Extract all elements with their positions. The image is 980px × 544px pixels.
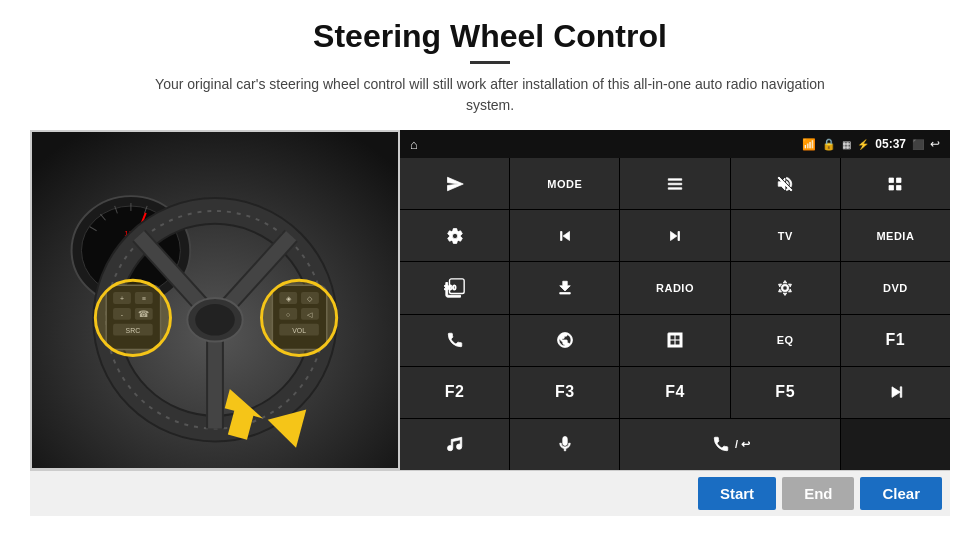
f1-btn[interactable]: F1 — [841, 315, 950, 366]
f2-btn[interactable]: F2 — [400, 367, 509, 418]
page-subtitle: Your original car's steering wheel contr… — [140, 74, 840, 116]
phonecall-btn[interactable]: / ↩ — [620, 419, 839, 470]
f4-btn[interactable]: F4 — [620, 367, 729, 418]
content-row: 120 — [30, 130, 950, 470]
svg-point-47 — [261, 280, 336, 355]
empty1-btn — [841, 419, 950, 470]
radio-btn[interactable]: RADIO — [620, 262, 729, 313]
start-button[interactable]: Start — [698, 477, 776, 510]
f3-btn[interactable]: F3 — [510, 367, 619, 418]
globe-btn[interactable] — [510, 315, 619, 366]
screen-icon: ⬛ — [912, 139, 924, 150]
window-btn[interactable] — [620, 315, 729, 366]
eq-btn[interactable]: EQ — [731, 315, 840, 366]
music-btn[interactable] — [400, 419, 509, 470]
sd-icon: ▦ — [842, 139, 851, 150]
phone-btn[interactable] — [400, 315, 509, 366]
bottom-bar: Start End Clear — [30, 470, 950, 516]
rewind-btn[interactable] — [510, 210, 619, 261]
clear-button[interactable]: Clear — [860, 477, 942, 510]
car-image-section: 120 — [30, 130, 400, 470]
forward-btn[interactable] — [620, 210, 729, 261]
svg-point-46 — [95, 280, 170, 355]
page-title: Steering Wheel Control — [313, 18, 667, 55]
status-bar-left: ⌂ — [410, 137, 418, 152]
back-icon[interactable]: ↩ — [930, 137, 940, 151]
radio-panel: ⌂ 📶 🔒 ▦ ⚡ 05:37 ⬛ ↩ MODE — [400, 130, 950, 470]
mute-btn[interactable] — [731, 158, 840, 209]
car-svg: 120 — [32, 130, 398, 470]
eject-btn[interactable] — [510, 262, 619, 313]
tv-btn[interactable]: TV — [731, 210, 840, 261]
time-display: 05:37 — [875, 137, 906, 151]
list-btn[interactable] — [620, 158, 729, 209]
playpause-btn[interactable] — [841, 367, 950, 418]
svg-point-23 — [195, 304, 235, 336]
media-btn[interactable]: MEDIA — [841, 210, 950, 261]
apps-btn[interactable] — [841, 158, 950, 209]
home-icon[interactable]: ⌂ — [410, 137, 418, 152]
button-grid: MODE TV MEDIA 360 RADIO DVD — [400, 158, 950, 470]
status-bar: ⌂ 📶 🔒 ▦ ⚡ 05:37 ⬛ ↩ — [400, 130, 950, 158]
mode-btn[interactable]: MODE — [510, 158, 619, 209]
wifi-icon: 📶 — [802, 138, 816, 151]
brightness-btn[interactable] — [731, 262, 840, 313]
mic-btn[interactable] — [510, 419, 619, 470]
cam360-btn[interactable]: 360 — [400, 262, 509, 313]
f5-btn[interactable]: F5 — [731, 367, 840, 418]
settings-btn[interactable] — [400, 210, 509, 261]
title-divider — [470, 61, 510, 64]
status-bar-right: 📶 🔒 ▦ ⚡ 05:37 ⬛ ↩ — [802, 137, 940, 151]
end-button[interactable]: End — [782, 477, 854, 510]
send-btn[interactable] — [400, 158, 509, 209]
car-image-bg: 120 — [32, 132, 398, 468]
lock-icon: 🔒 — [822, 138, 836, 151]
bluetooth-icon: ⚡ — [857, 139, 869, 150]
dvd-btn[interactable]: DVD — [841, 262, 950, 313]
